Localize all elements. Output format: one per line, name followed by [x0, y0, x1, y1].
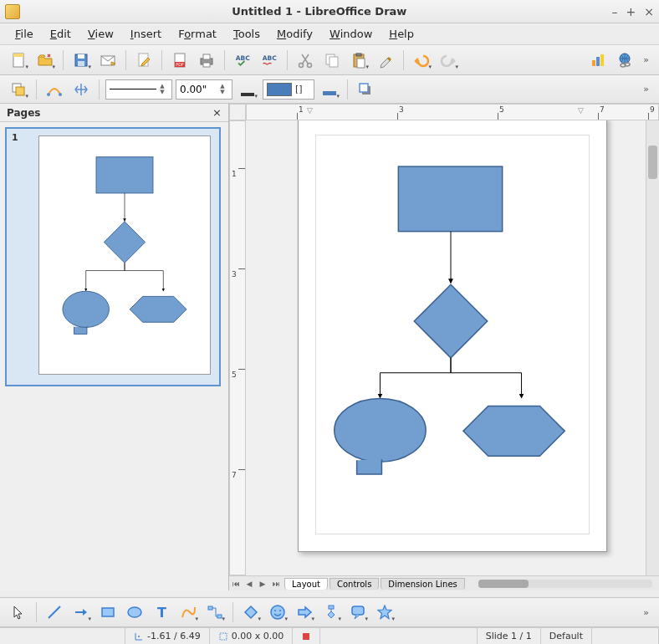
glue-points-button[interactable] [69, 78, 93, 101]
format-paintbrush-button[interactable] [374, 49, 397, 72]
drawing-page[interactable] [298, 120, 607, 552]
pages-panel-close[interactable]: × [212, 106, 222, 119]
block-arrows-tool[interactable] [293, 601, 316, 624]
tab-dimension-lines[interactable]: Dimension Lines [381, 578, 464, 590]
status-slide[interactable]: Slide 1 / 1 [478, 628, 541, 644]
menu-format[interactable]: Format [171, 25, 223, 43]
close-button[interactable]: × [644, 5, 654, 18]
export-pdf-button[interactable]: PDF [168, 49, 192, 72]
save-button[interactable] [69, 49, 93, 72]
copy-button[interactable] [320, 49, 344, 72]
horizontal-scrollbar[interactable] [478, 580, 652, 588]
size-icon [218, 631, 228, 641]
area-fill-button[interactable] [318, 78, 341, 101]
rectangle-tool[interactable] [96, 601, 120, 624]
svg-rect-50 [220, 633, 227, 640]
svg-rect-35 [360, 84, 368, 92]
svg-text:T: T [157, 605, 166, 621]
callouts-tool[interactable] [346, 601, 370, 624]
svg-rect-20 [356, 54, 361, 56]
line-color-button[interactable] [236, 78, 259, 101]
menu-insert[interactable]: Insert [124, 25, 168, 43]
edit-file-button[interactable] [132, 49, 156, 72]
tab-nav-last[interactable]: ⏭ [269, 577, 283, 590]
main-area: Pages × 1 [0, 104, 659, 590]
stars-tool[interactable] [373, 601, 396, 624]
chart-button[interactable] [586, 49, 610, 72]
symbol-shapes-tool[interactable] [266, 601, 289, 624]
menu-window[interactable]: Window [323, 25, 379, 43]
callout-icon [350, 604, 366, 621]
redo-button[interactable] [437, 49, 460, 72]
email-button[interactable] [96, 49, 120, 72]
line-filling-toolbar: ▲▼ 0.00" ▲▼ [] » [0, 75, 659, 104]
menu-tools[interactable]: Tools [227, 25, 267, 43]
curve-tool[interactable] [176, 601, 200, 624]
flowchart-callout-tail[interactable] [357, 459, 382, 474]
scrollbar-thumb[interactable] [648, 146, 657, 179]
svg-rect-3 [78, 54, 84, 59]
menu-edit[interactable]: Edit [43, 25, 78, 43]
tab-nav-next[interactable]: ▶ [256, 577, 269, 590]
status-page-style[interactable]: Default [541, 628, 592, 644]
tab-controls[interactable]: Controls [330, 578, 379, 590]
page-thumbnail-content [38, 135, 211, 375]
maximize-button[interactable]: + [626, 5, 636, 18]
connector[interactable] [380, 358, 451, 398]
ellipse-tool[interactable] [123, 601, 146, 624]
new-document-button[interactable] [7, 49, 30, 72]
separator [125, 50, 126, 70]
page-thumbnail[interactable]: 1 [5, 127, 221, 386]
arrange-button[interactable] [7, 78, 30, 101]
toolbar-overflow[interactable]: » [640, 607, 652, 618]
basic-shapes-tool[interactable] [239, 601, 263, 624]
spellcheck-button[interactable]: ABC [231, 49, 254, 72]
menu-help[interactable]: Help [382, 25, 421, 43]
text-tool[interactable]: T [150, 601, 173, 624]
svg-point-44 [271, 606, 284, 619]
flowchart-preparation-shape[interactable] [463, 406, 564, 457]
scrollbar-thumb[interactable] [478, 580, 529, 588]
pages-panel-body[interactable]: 1 [0, 122, 228, 590]
shadow-button[interactable] [354, 78, 377, 101]
connector-tool[interactable] [203, 601, 227, 624]
horizontal-ruler-row: ▽ ▽ 1 1 3 5 7 9 [229, 104, 659, 120]
auto-spellcheck-button[interactable]: ABC [258, 49, 281, 72]
toolbar-overflow[interactable]: » [640, 84, 652, 95]
vertical-ruler[interactable]: 1 1 3 5 7 [229, 120, 246, 575]
vertical-scrollbar[interactable] [646, 120, 659, 575]
select-tool[interactable] [7, 601, 30, 624]
menu-file[interactable]: File [8, 25, 40, 43]
flowchart-callout-shape[interactable] [335, 399, 426, 463]
tab-nav-first[interactable]: ⏮ [229, 577, 243, 590]
undo-button[interactable] [410, 49, 433, 72]
tab-layout[interactable]: Layout [284, 578, 328, 590]
tab-nav-prev[interactable]: ◀ [243, 577, 256, 590]
hyperlink-button[interactable] [613, 49, 636, 72]
menu-modify[interactable]: Modify [270, 25, 319, 43]
flowchart-drawing[interactable] [299, 120, 606, 551]
edit-points-button[interactable] [43, 78, 66, 101]
line-tool[interactable] [43, 601, 66, 624]
connector[interactable] [451, 358, 522, 398]
line-width-input[interactable]: 0.00" ▲▼ [176, 79, 232, 100]
paste-button[interactable] [347, 49, 370, 72]
flowchart-process-shape[interactable] [398, 166, 502, 232]
open-button[interactable] [33, 49, 57, 72]
flowchart-decision-shape[interactable] [414, 284, 488, 358]
print-button[interactable] [195, 49, 218, 72]
window-controls: – + × [612, 5, 654, 18]
horizontal-ruler[interactable]: ▽ ▽ 1 1 3 5 7 9 [246, 104, 659, 120]
cut-button[interactable] [294, 49, 317, 72]
minimize-button[interactable]: – [612, 5, 618, 18]
toolbar-overflow[interactable]: » [640, 54, 652, 65]
canvas-viewport[interactable] [246, 120, 646, 575]
svg-point-30 [47, 93, 50, 96]
area-style-selector[interactable]: [] [263, 79, 314, 100]
arrange-icon [10, 81, 27, 98]
menu-view[interactable]: View [81, 25, 120, 43]
svg-rect-4 [78, 61, 84, 66]
flowchart-tool[interactable] [319, 601, 343, 624]
line-style-selector[interactable]: ▲▼ [105, 79, 172, 100]
arrow-tool[interactable] [69, 601, 93, 624]
